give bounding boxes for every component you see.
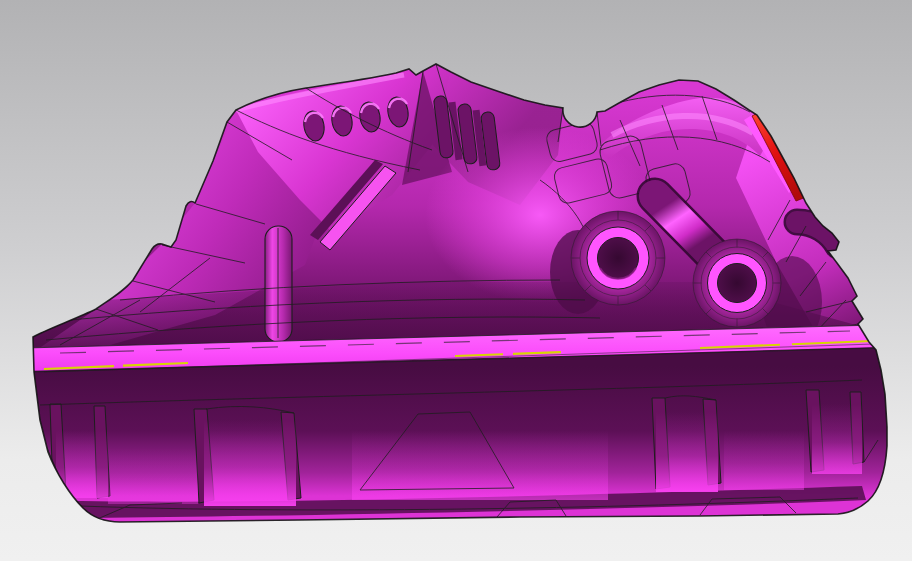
cad-model-body[interactable] xyxy=(0,40,912,525)
bore-hole-right[interactable] xyxy=(718,264,757,303)
ring-boss-front-left[interactable] xyxy=(571,211,665,305)
graphics-viewport[interactable] xyxy=(0,0,912,561)
ring-boss-front-right[interactable] xyxy=(693,239,781,327)
model-render xyxy=(0,0,912,561)
